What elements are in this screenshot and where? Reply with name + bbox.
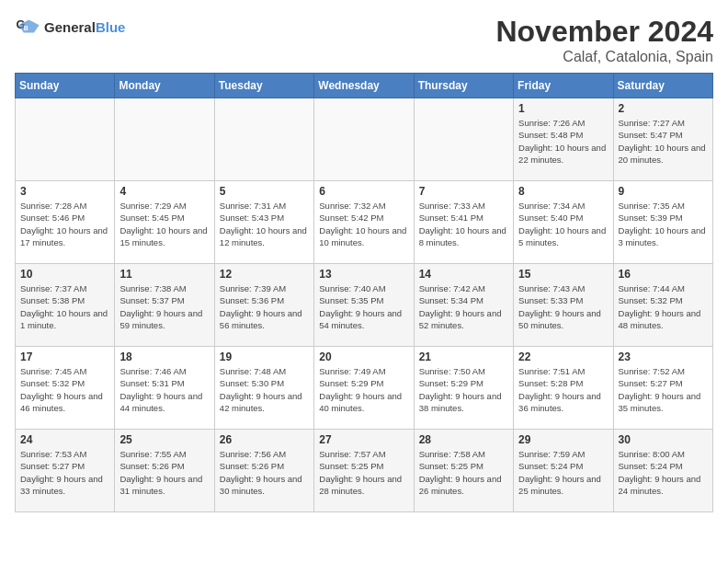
calendar-cell: 28Sunrise: 7:58 AM Sunset: 5:25 PM Dayli… xyxy=(414,430,513,512)
day-number: 3 xyxy=(20,185,109,198)
day-info: Sunrise: 7:58 AM Sunset: 5:25 PM Dayligh… xyxy=(419,448,508,497)
logo-icon: G B xyxy=(15,15,40,40)
calendar-cell xyxy=(16,98,115,181)
day-info: Sunrise: 7:40 AM Sunset: 5:35 PM Dayligh… xyxy=(319,282,408,331)
calendar-cell: 29Sunrise: 7:59 AM Sunset: 5:24 PM Dayli… xyxy=(514,430,613,512)
day-info: Sunrise: 7:38 AM Sunset: 5:37 PM Dayligh… xyxy=(119,282,209,331)
day-info: Sunrise: 7:55 AM Sunset: 5:26 PM Dayligh… xyxy=(119,448,209,497)
day-info: Sunrise: 7:48 AM Sunset: 5:30 PM Dayligh… xyxy=(220,365,309,414)
day-number: 11 xyxy=(119,268,209,281)
day-info: Sunrise: 7:56 AM Sunset: 5:26 PM Dayligh… xyxy=(220,448,309,497)
day-number: 26 xyxy=(220,433,309,446)
calendar-cell: 21Sunrise: 7:50 AM Sunset: 5:29 PM Dayli… xyxy=(414,347,513,430)
calendar-week-row: 17Sunrise: 7:45 AM Sunset: 5:32 PM Dayli… xyxy=(16,347,713,430)
calendar-cell xyxy=(214,98,313,181)
calendar-cell xyxy=(414,98,513,181)
logo: G B GeneralBlue xyxy=(15,15,125,40)
day-number: 21 xyxy=(419,350,508,363)
calendar-week-row: 10Sunrise: 7:37 AM Sunset: 5:38 PM Dayli… xyxy=(16,264,713,347)
calendar-cell: 11Sunrise: 7:38 AM Sunset: 5:37 PM Dayli… xyxy=(115,264,214,347)
day-info: Sunrise: 7:57 AM Sunset: 5:25 PM Dayligh… xyxy=(319,448,408,497)
day-number: 16 xyxy=(619,268,708,281)
calendar-cell: 15Sunrise: 7:43 AM Sunset: 5:33 PM Dayli… xyxy=(514,264,613,347)
day-info: Sunrise: 7:28 AM Sunset: 5:46 PM Dayligh… xyxy=(20,200,109,248)
day-number: 22 xyxy=(518,350,608,363)
calendar-cell: 18Sunrise: 7:46 AM Sunset: 5:31 PM Dayli… xyxy=(115,347,214,430)
calendar-cell: 2Sunrise: 7:27 AM Sunset: 5:47 PM Daylig… xyxy=(613,98,712,181)
calendar-cell: 26Sunrise: 7:56 AM Sunset: 5:26 PM Dayli… xyxy=(214,430,313,512)
location: Calaf, Catalonia, Spain xyxy=(495,49,713,65)
weekday-header-sunday: Sunday xyxy=(16,74,115,98)
day-info: Sunrise: 7:27 AM Sunset: 5:47 PM Dayligh… xyxy=(619,117,708,166)
day-info: Sunrise: 7:31 AM Sunset: 5:43 PM Dayligh… xyxy=(220,200,309,248)
day-info: Sunrise: 7:44 AM Sunset: 5:32 PM Dayligh… xyxy=(619,282,708,331)
calendar-table: SundayMondayTuesdayWednesdayThursdayFrid… xyxy=(15,73,713,512)
day-number: 2 xyxy=(619,102,708,115)
day-number: 15 xyxy=(518,268,608,281)
calendar-cell: 19Sunrise: 7:48 AM Sunset: 5:30 PM Dayli… xyxy=(214,347,313,430)
day-info: Sunrise: 7:59 AM Sunset: 5:24 PM Dayligh… xyxy=(518,448,608,497)
svg-text:B: B xyxy=(24,25,28,31)
day-number: 19 xyxy=(220,350,309,363)
day-number: 5 xyxy=(220,185,309,198)
day-number: 6 xyxy=(319,185,408,198)
weekday-header-monday: Monday xyxy=(115,74,214,98)
day-info: Sunrise: 7:49 AM Sunset: 5:29 PM Dayligh… xyxy=(319,365,408,414)
day-number: 1 xyxy=(518,102,608,115)
logo-text-general: General xyxy=(44,19,96,35)
day-number: 13 xyxy=(319,268,408,281)
day-number: 8 xyxy=(518,185,608,198)
day-info: Sunrise: 7:34 AM Sunset: 5:40 PM Dayligh… xyxy=(518,200,608,248)
calendar-cell: 10Sunrise: 7:37 AM Sunset: 5:38 PM Dayli… xyxy=(16,264,115,347)
day-number: 29 xyxy=(518,433,608,446)
day-number: 27 xyxy=(319,433,408,446)
day-number: 25 xyxy=(119,433,209,446)
calendar-cell: 1Sunrise: 7:26 AM Sunset: 5:48 PM Daylig… xyxy=(514,98,613,181)
day-info: Sunrise: 7:42 AM Sunset: 5:34 PM Dayligh… xyxy=(419,282,508,331)
weekday-header-wednesday: Wednesday xyxy=(314,74,414,98)
title-area: November 2024 Calaf, Catalonia, Spain xyxy=(495,15,713,65)
calendar-cell: 12Sunrise: 7:39 AM Sunset: 5:36 PM Dayli… xyxy=(214,264,313,347)
weekday-header-saturday: Saturday xyxy=(613,74,712,98)
calendar-cell: 6Sunrise: 7:32 AM Sunset: 5:42 PM Daylig… xyxy=(314,181,414,264)
day-info: Sunrise: 8:00 AM Sunset: 5:24 PM Dayligh… xyxy=(619,448,708,497)
calendar-week-row: 1Sunrise: 7:26 AM Sunset: 5:48 PM Daylig… xyxy=(16,98,713,181)
day-info: Sunrise: 7:35 AM Sunset: 5:39 PM Dayligh… xyxy=(619,200,708,248)
calendar-cell: 16Sunrise: 7:44 AM Sunset: 5:32 PM Dayli… xyxy=(613,264,712,347)
day-number: 20 xyxy=(319,350,408,363)
day-number: 12 xyxy=(220,268,309,281)
day-number: 23 xyxy=(619,350,708,363)
day-info: Sunrise: 7:43 AM Sunset: 5:33 PM Dayligh… xyxy=(518,282,608,331)
day-info: Sunrise: 7:29 AM Sunset: 5:45 PM Dayligh… xyxy=(119,200,209,248)
calendar-cell xyxy=(314,98,414,181)
calendar-cell: 13Sunrise: 7:40 AM Sunset: 5:35 PM Dayli… xyxy=(314,264,414,347)
calendar-cell: 30Sunrise: 8:00 AM Sunset: 5:24 PM Dayli… xyxy=(613,430,712,512)
calendar-cell: 4Sunrise: 7:29 AM Sunset: 5:45 PM Daylig… xyxy=(115,181,214,264)
calendar-cell xyxy=(115,98,214,181)
calendar-cell: 9Sunrise: 7:35 AM Sunset: 5:39 PM Daylig… xyxy=(613,181,712,264)
day-info: Sunrise: 7:53 AM Sunset: 5:27 PM Dayligh… xyxy=(20,448,109,497)
day-number: 24 xyxy=(20,433,109,446)
day-info: Sunrise: 7:51 AM Sunset: 5:28 PM Dayligh… xyxy=(518,365,608,414)
day-number: 28 xyxy=(419,433,508,446)
day-info: Sunrise: 7:32 AM Sunset: 5:42 PM Dayligh… xyxy=(319,200,408,248)
day-number: 18 xyxy=(119,350,209,363)
calendar-cell: 20Sunrise: 7:49 AM Sunset: 5:29 PM Dayli… xyxy=(314,347,414,430)
calendar-cell: 17Sunrise: 7:45 AM Sunset: 5:32 PM Dayli… xyxy=(16,347,115,430)
calendar-cell: 23Sunrise: 7:52 AM Sunset: 5:27 PM Dayli… xyxy=(613,347,712,430)
day-info: Sunrise: 7:50 AM Sunset: 5:29 PM Dayligh… xyxy=(419,365,508,414)
logo-text-blue: Blue xyxy=(96,19,126,35)
calendar-cell: 3Sunrise: 7:28 AM Sunset: 5:46 PM Daylig… xyxy=(16,181,115,264)
calendar-cell: 8Sunrise: 7:34 AM Sunset: 5:40 PM Daylig… xyxy=(514,181,613,264)
day-number: 17 xyxy=(20,350,109,363)
day-number: 9 xyxy=(619,185,708,198)
calendar-cell: 22Sunrise: 7:51 AM Sunset: 5:28 PM Dayli… xyxy=(514,347,613,430)
calendar-cell: 25Sunrise: 7:55 AM Sunset: 5:26 PM Dayli… xyxy=(115,430,214,512)
calendar-cell: 27Sunrise: 7:57 AM Sunset: 5:25 PM Dayli… xyxy=(314,430,414,512)
day-number: 10 xyxy=(20,268,109,281)
calendar-cell: 7Sunrise: 7:33 AM Sunset: 5:41 PM Daylig… xyxy=(414,181,513,264)
calendar-cell: 5Sunrise: 7:31 AM Sunset: 5:43 PM Daylig… xyxy=(214,181,313,264)
day-info: Sunrise: 7:37 AM Sunset: 5:38 PM Dayligh… xyxy=(20,282,109,331)
weekday-header-thursday: Thursday xyxy=(414,74,513,98)
month-title: November 2024 xyxy=(495,15,713,49)
